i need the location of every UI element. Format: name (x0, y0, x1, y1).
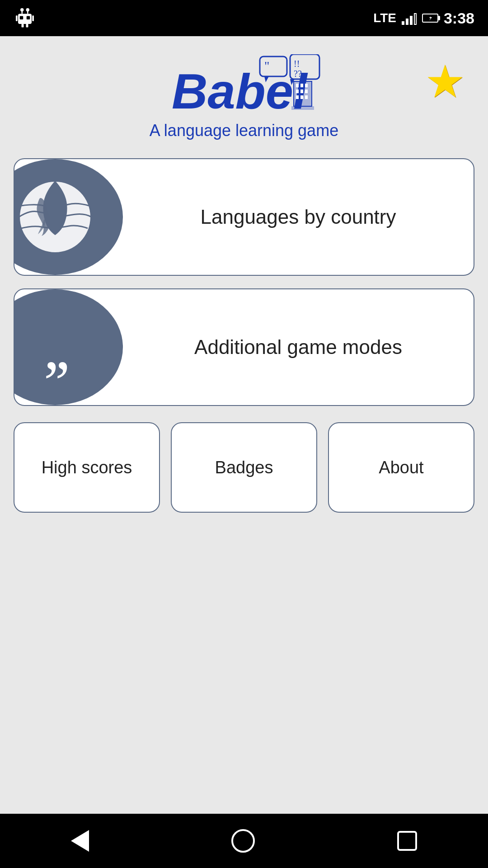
logo-container: " !! ?? Babel (150, 54, 338, 140)
languages-by-country-label: Languages by country (123, 159, 474, 275)
home-icon (231, 829, 255, 853)
additional-game-modes-label: Additional game modes (123, 289, 474, 405)
clock: 3:38 (444, 9, 474, 27)
signal-icon (402, 11, 417, 25)
svg-rect-23 (305, 84, 308, 87)
svg-rect-2 (27, 16, 30, 20)
star-icon: ★ (425, 56, 465, 107)
svg-rect-27 (296, 95, 299, 99)
globe-icon (14, 176, 96, 258)
svg-rect-10 (26, 24, 28, 28)
svg-rect-25 (300, 90, 303, 93)
battery-icon (422, 14, 438, 23)
home-button[interactable] (231, 829, 255, 853)
svg-rect-26 (305, 90, 308, 93)
svg-rect-22 (300, 84, 303, 87)
badges-button[interactable]: Badges (171, 422, 317, 513)
status-bar: LTE 3:38 (0, 0, 488, 36)
quote-icon-container: ,, (14, 289, 123, 405)
app-header: " !! ?? Babel (14, 54, 474, 140)
svg-rect-21 (296, 84, 299, 87)
svg-rect-9 (22, 24, 24, 28)
about-button[interactable]: About (328, 422, 474, 513)
app-subtitle: A language learning game (150, 121, 338, 140)
svg-point-8 (26, 8, 30, 12)
favorites-button[interactable]: ★ (425, 59, 465, 104)
languages-by-country-button[interactable]: Languages by country (14, 158, 474, 276)
svg-rect-28 (300, 95, 303, 99)
svg-rect-1 (20, 16, 23, 20)
back-icon (71, 830, 89, 852)
back-button[interactable] (71, 830, 89, 852)
main-content: " !! ?? Babel (0, 36, 488, 814)
svg-marker-11 (429, 15, 432, 21)
menu-buttons: Languages by country ,, Additional game … (14, 158, 474, 406)
status-icons: LTE 3:38 (373, 9, 474, 27)
high-scores-button[interactable]: High scores (14, 422, 160, 513)
svg-text:Babel: Babel (172, 63, 308, 118)
bottom-buttons: High scores Badges About (14, 422, 474, 513)
svg-rect-30 (291, 106, 314, 110)
recents-button[interactable] (397, 831, 417, 851)
quote-marks-icon: ,, (44, 322, 66, 373)
additional-game-modes-button[interactable]: ,, Additional game modes (14, 288, 474, 406)
svg-point-7 (20, 8, 24, 12)
svg-rect-4 (32, 15, 34, 21)
svg-rect-3 (16, 15, 18, 21)
robot-icon (14, 6, 36, 28)
svg-rect-24 (296, 90, 299, 93)
nav-bar (0, 814, 488, 868)
svg-rect-29 (305, 95, 308, 99)
lte-indicator: LTE (373, 11, 396, 25)
globe-icon-container (14, 159, 123, 275)
babel-logo: " !! ?? Babel (167, 54, 321, 118)
recents-icon (397, 831, 417, 851)
notification-area (14, 6, 36, 30)
